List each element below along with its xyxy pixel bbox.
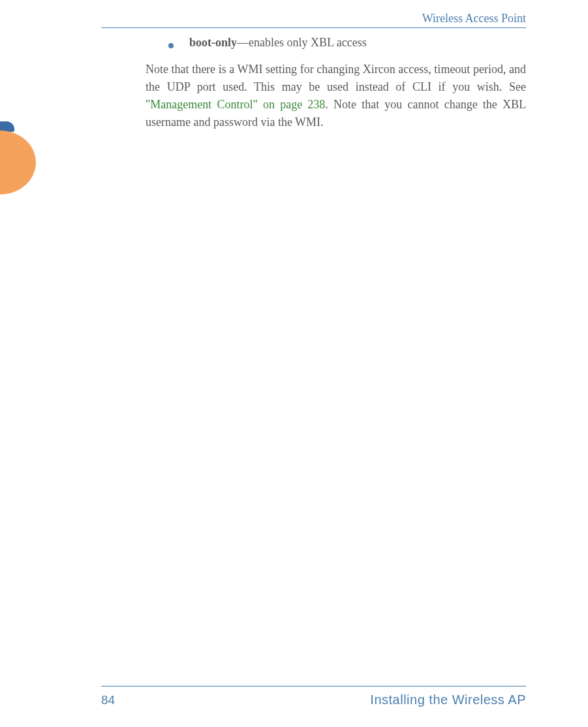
- bullet-icon: [168, 43, 174, 48]
- page-number: 84: [101, 693, 115, 707]
- bullet-text: boot-only—enables only XBL access: [189, 34, 526, 52]
- page-header: Wireless Access Point: [0, 12, 526, 25]
- side-tab-orange-shape: [0, 131, 36, 194]
- bullet-term: boot-only: [189, 36, 237, 49]
- header-title: Wireless Access Point: [422, 12, 526, 25]
- footer-section-title: Installing the Wireless AP: [370, 692, 526, 707]
- para-pre-text: Note that there is a WMI setting for cha…: [146, 63, 526, 93]
- header-divider: [101, 27, 526, 28]
- cross-reference-link[interactable]: "Management Control" on page 238: [146, 98, 325, 111]
- main-content: boot-only—enables only XBL access Note t…: [146, 34, 526, 131]
- bullet-separator: —: [237, 36, 249, 49]
- page-footer: 84 Installing the Wireless AP: [101, 692, 526, 707]
- bullet-item: boot-only—enables only XBL access: [168, 34, 526, 52]
- body-paragraph: Note that there is a WMI setting for cha…: [146, 61, 526, 131]
- footer-divider: [101, 686, 526, 687]
- side-tab-decoration: [0, 131, 36, 194]
- bullet-description: enables only XBL access: [249, 36, 367, 49]
